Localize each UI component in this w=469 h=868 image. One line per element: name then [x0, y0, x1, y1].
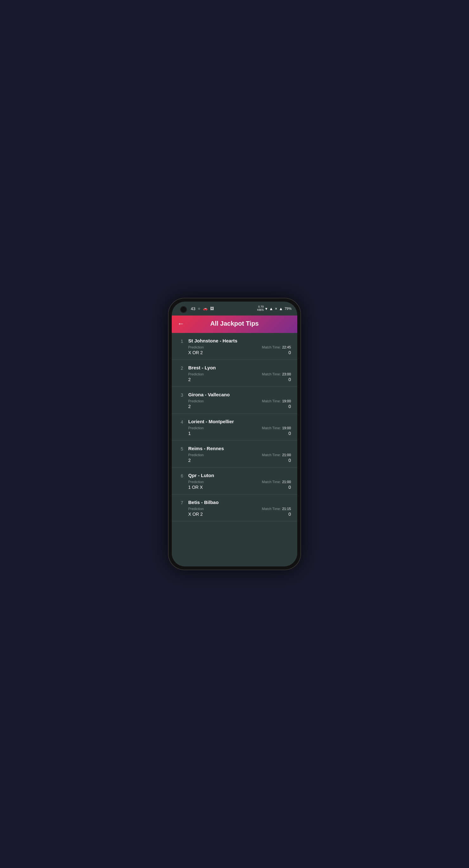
time-group: Match Time: 23:00 [262, 372, 291, 376]
match-number: 2 [178, 365, 183, 371]
phone-screen: 43 ○ 🚗 🖼 0.70KB/S ▾ ▲ ✕ ▲ 79% ← All Jack… [172, 302, 297, 566]
status-time: 43 [191, 306, 195, 311]
prediction-row: Prediction Match Time: 23:00 [188, 372, 291, 376]
match-details: Betis - Bilbao Prediction Match Time: 21… [188, 500, 291, 517]
score-row: X OR 2 0 [188, 350, 291, 355]
status-bar: 43 ○ 🚗 🖼 0.70KB/S ▾ ▲ ✕ ▲ 79% [172, 302, 297, 315]
match-details: St Johnstone - Hearts Prediction Match T… [188, 338, 291, 355]
match-time-label: Match Time: [262, 426, 281, 430]
prediction-label: Prediction [188, 453, 204, 457]
prediction-label: Prediction [188, 426, 204, 430]
prediction-row: Prediction Match Time: 22:45 [188, 345, 291, 349]
match-time-label: Match Time: [262, 372, 281, 376]
image-icon: 🖼 [210, 306, 214, 311]
match-item: 1 St Johnstone - Hearts Prediction Match… [172, 333, 297, 360]
match-number: 7 [178, 500, 183, 505]
app-header: ← All Jackpot Tips [172, 315, 297, 333]
prediction-label: Prediction [188, 507, 204, 511]
time-group: Match Time: 21:00 [262, 453, 291, 457]
notification-icon: 🚗 [203, 306, 208, 311]
prediction-value: 2 [188, 404, 191, 409]
score-row: 1 OR X 0 [188, 485, 291, 490]
wifi-icon: ▾ [265, 306, 267, 311]
status-bar-right: 0.70KB/S ▾ ▲ ✕ ▲ 79% [257, 305, 292, 312]
prediction-label: Prediction [188, 399, 204, 403]
match-details: Qpr - Luton Prediction Match Time: 21:00… [188, 473, 291, 490]
matches-list: 1 St Johnstone - Hearts Prediction Match… [172, 333, 297, 566]
prediction-value: X OR 2 [188, 512, 203, 517]
prediction-value: 1 OR X [188, 485, 203, 490]
prediction-value: 1 [188, 431, 191, 436]
signal-icon: ○ [198, 306, 200, 311]
prediction-label: Prediction [188, 480, 204, 484]
match-name: St Johnstone - Hearts [188, 338, 291, 343]
match-item: 7 Betis - Bilbao Prediction Match Time: … [172, 495, 297, 521]
match-time-label: Match Time: [262, 345, 281, 349]
match-item: 6 Qpr - Luton Prediction Match Time: 21:… [172, 468, 297, 495]
time-group: Match Time: 21:15 [262, 507, 291, 511]
score-value: 0 [288, 350, 291, 355]
match-item: 3 Girona - Vallecano Prediction Match Ti… [172, 387, 297, 414]
camera-hole [180, 306, 187, 313]
prediction-row: Prediction Match Time: 21:00 [188, 453, 291, 457]
status-bar-left: 43 ○ 🚗 🖼 [191, 306, 214, 311]
score-value: 0 [288, 485, 291, 490]
x-icon: ✕ [275, 307, 277, 310]
time-group: Match Time: 19:00 [262, 426, 291, 430]
score-row: X OR 2 0 [188, 512, 291, 517]
match-time-value: 21:00 [282, 480, 291, 484]
prediction-label: Prediction [188, 372, 204, 376]
match-item: 2 Brest - Lyon Prediction Match Time: 23… [172, 360, 297, 387]
time-group: Match Time: 19:00 [262, 399, 291, 403]
network-speed: 0.70KB/S [257, 305, 264, 312]
back-button[interactable]: ← [177, 320, 184, 328]
battery-percent: 79% [285, 307, 292, 310]
match-item: 4 Lorient - Montpellier Prediction Match… [172, 414, 297, 441]
score-value: 0 [288, 431, 291, 436]
match-time-label: Match Time: [262, 399, 281, 403]
match-time-value: 19:00 [282, 426, 291, 430]
prediction-row: Prediction Match Time: 21:15 [188, 507, 291, 511]
prediction-label: Prediction [188, 345, 204, 349]
time-group: Match Time: 21:00 [262, 480, 291, 484]
prediction-value: 2 [188, 458, 191, 463]
signal-bar-icon: ▲ [279, 306, 283, 311]
match-time-value: 23:00 [282, 372, 291, 376]
page-title: All Jackpot Tips [210, 320, 259, 327]
match-item: 5 Reims - Rennes Prediction Match Time: … [172, 441, 297, 468]
match-time-value: 19:00 [282, 399, 291, 403]
score-value: 0 [288, 377, 291, 382]
match-number: 6 [178, 473, 183, 478]
prediction-row: Prediction Match Time: 19:00 [188, 399, 291, 403]
signal-strength-icon: ▲ [269, 306, 273, 311]
match-number: 5 [178, 446, 183, 452]
match-name: Betis - Bilbao [188, 500, 291, 505]
match-time-value: 21:00 [282, 453, 291, 457]
match-details: Reims - Rennes Prediction Match Time: 21… [188, 446, 291, 463]
match-time-label: Match Time: [262, 480, 281, 484]
match-details: Girona - Vallecano Prediction Match Time… [188, 392, 291, 409]
match-name: Qpr - Luton [188, 473, 291, 478]
match-number: 4 [178, 419, 183, 425]
match-time-label: Match Time: [262, 507, 281, 511]
match-number: 3 [178, 392, 183, 398]
prediction-value: X OR 2 [188, 350, 203, 355]
match-name: Brest - Lyon [188, 365, 291, 370]
match-name: Reims - Rennes [188, 446, 291, 451]
match-name: Girona - Vallecano [188, 392, 291, 397]
match-name: Lorient - Montpellier [188, 419, 291, 424]
score-row: 2 0 [188, 458, 291, 463]
phone-frame: 43 ○ 🚗 🖼 0.70KB/S ▾ ▲ ✕ ▲ 79% ← All Jack… [168, 298, 301, 570]
match-time-value: 22:45 [282, 345, 291, 349]
match-details: Lorient - Montpellier Prediction Match T… [188, 419, 291, 436]
score-row: 2 0 [188, 377, 291, 382]
prediction-row: Prediction Match Time: 21:00 [188, 480, 291, 484]
match-details: Brest - Lyon Prediction Match Time: 23:0… [188, 365, 291, 382]
prediction-row: Prediction Match Time: 19:00 [188, 426, 291, 430]
score-row: 2 0 [188, 404, 291, 409]
score-value: 0 [288, 458, 291, 463]
match-time-value: 21:15 [282, 507, 291, 511]
score-row: 1 0 [188, 431, 291, 436]
score-value: 0 [288, 404, 291, 409]
score-value: 0 [288, 512, 291, 517]
